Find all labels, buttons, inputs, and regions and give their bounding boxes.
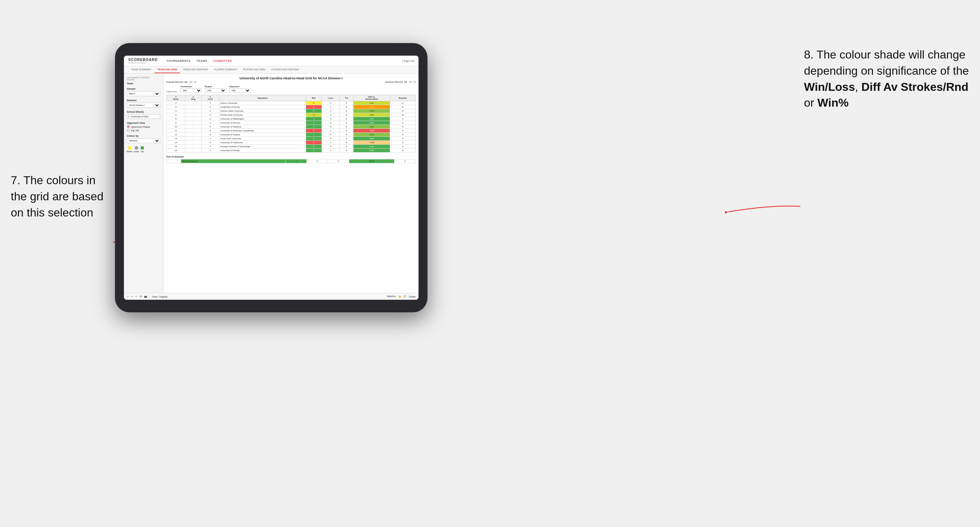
od-diff: 26.00	[349, 159, 395, 163]
legend-label-down: Down	[127, 151, 132, 152]
table-row: 6 - 2 Florida State University 4 2 0 1.8…	[167, 113, 416, 117]
legend-up: Up	[140, 146, 144, 152]
cell-rounds: 9	[390, 144, 416, 149]
school-input[interactable]	[127, 114, 160, 119]
cell-conf: 1	[201, 109, 219, 113]
cell-opponent: University of Arkansas, Fayetteville	[219, 129, 306, 133]
cell-opponent: Florida State University	[219, 113, 306, 117]
cell-opponent: University of Virginia	[219, 133, 306, 137]
cell-diff: 2.28	[353, 109, 390, 113]
cell-loss: 1	[321, 101, 340, 105]
cell-conf: 2	[201, 113, 219, 117]
cell-reg: -	[185, 125, 201, 129]
opponent-filter-label: Opponent	[229, 86, 251, 87]
region-filter-select[interactable]: (All)	[205, 88, 226, 93]
sub-nav-team-h2h-heatmap[interactable]: TEAM H2H HEATMAP	[180, 67, 211, 73]
cell-diff: 2.61	[353, 125, 390, 129]
cell-diff: 1.67	[353, 101, 390, 105]
cell-win: 3	[306, 137, 321, 141]
table-row: 12 - 3 University of Virginia 1 0 0 2.33…	[167, 133, 416, 137]
nav-committee[interactable]: COMMITTEE	[213, 59, 232, 62]
division-label: Division	[127, 99, 160, 102]
legend-label-up: Up	[141, 151, 144, 152]
cell-loss: 1	[321, 129, 340, 133]
od-tie: 0	[328, 159, 349, 163]
cell-rank: 6	[167, 113, 185, 117]
grid-area: University of North Carolina Head-to-Hea…	[164, 74, 418, 293]
logo-area: SCOREBOARD Powered by clippd	[128, 58, 158, 64]
toolbar-copy[interactable]: ⊞	[140, 295, 142, 298]
sign-out[interactable]: | Sign out	[402, 59, 414, 62]
cell-loss: 0	[321, 144, 340, 149]
logo-text: SCOREBOARD	[128, 58, 158, 62]
cell-loss: 1	[321, 141, 340, 144]
toolbar-undo[interactable]: ↩	[127, 295, 129, 298]
cell-opponent: Georgia Institute of Technology	[219, 144, 306, 149]
out-of-division-table: NCAA Division II 1 0 0 26.00 3	[166, 159, 416, 163]
col-win: Win	[306, 95, 321, 101]
sub-nav-player-h2h-grid[interactable]: PLAYER H2H GRID	[240, 67, 269, 73]
legend-circle-level	[135, 146, 138, 150]
cell-tie: 0	[340, 133, 353, 137]
col-diff: Diff AvStrokes/Rnd	[353, 95, 390, 101]
radio-group: Opponents Played Top 100	[127, 125, 160, 132]
nav-teams[interactable]: TEAMS	[197, 59, 208, 62]
cell-loss: 0	[321, 125, 340, 129]
conf-filter-select[interactable]: (All)	[180, 88, 202, 93]
cell-opponent: Auburn University	[219, 101, 306, 105]
cell-conf: 0	[201, 141, 219, 144]
cell-conf: 1	[201, 101, 219, 105]
filter-conference: Conference (All)	[180, 86, 202, 93]
nav-tournaments[interactable]: TOURNAMENTS	[166, 59, 191, 62]
toolbar-comment[interactable]: 💬	[403, 295, 407, 298]
cell-loss: 4	[321, 105, 340, 109]
legend-level: Level	[134, 146, 138, 152]
toolbar-view[interactable]: View: Original	[152, 295, 167, 298]
radio-opponents-played[interactable]: Opponents Played	[127, 125, 160, 128]
cell-win: 1	[306, 133, 321, 137]
toolbar-back[interactable]: ↩	[135, 295, 138, 298]
cell-tie: 0	[340, 149, 353, 152]
last-updated: Last Updated: 27/03/2024 16:55:38	[127, 76, 160, 81]
cell-loss: 1	[321, 149, 340, 152]
cell-tie: 0	[340, 113, 353, 117]
sub-nav-team-h2h-grid[interactable]: TEAM H2H GRID	[154, 67, 180, 73]
school-label: School (Rank)	[127, 111, 160, 113]
cell-rank: 16	[167, 149, 185, 152]
sub-nav-player-h2h-heatmap[interactable]: PLAYER H2H HEATMAP	[268, 67, 302, 73]
division-select[interactable]: NCAA Division I	[127, 103, 160, 108]
radio-top100[interactable]: Top 100	[127, 129, 160, 132]
cell-win: 0	[306, 105, 321, 109]
cell-tie: 0	[340, 129, 353, 133]
table-row: 8 - 2 University of Washington 1 0 0 3.6…	[167, 117, 416, 121]
sub-nav-team-summary[interactable]: TEAM SUMMARY	[128, 67, 154, 73]
toolbar-share[interactable]: Share	[409, 295, 416, 298]
sub-nav-player-summary[interactable]: PLAYER SUMMARY	[211, 67, 240, 73]
cell-win: 5	[306, 109, 321, 113]
col-opponent: Opponent	[219, 95, 306, 101]
cell-rank: 2	[167, 101, 185, 105]
colour-by-select[interactable]: Win/loss Diff Av Strokes/Rnd Win%	[127, 138, 160, 143]
gender-select[interactable]: Men's	[127, 91, 160, 96]
cell-reg: -	[185, 149, 201, 152]
cell-conf: 3	[201, 133, 219, 137]
bottom-toolbar: ↩ ↪ ↩ ⊞ 📷 View: Original Watch ▾ 👍 💬 Sha…	[124, 293, 418, 300]
cell-win: 1	[306, 121, 321, 125]
od-win: 1	[286, 159, 307, 163]
toolbar-redo[interactable]: ↪	[131, 295, 133, 298]
cell-conf: 1	[201, 121, 219, 125]
col-loss: Loss	[321, 95, 340, 101]
col-tie: Tie	[340, 95, 353, 101]
opponent-filter-select[interactable]: (All)	[229, 88, 251, 93]
cell-opponent: University of Arizona	[219, 121, 306, 125]
cell-opponent: University of Oklahoma	[219, 141, 306, 144]
cell-diff: -1.00	[353, 141, 390, 144]
annotation-number-right: 8.	[804, 48, 814, 61]
annotation-number-left: 7.	[11, 174, 21, 187]
toolbar-camera[interactable]: 📷	[144, 295, 147, 298]
toolbar-watch[interactable]: Watch ▾	[387, 295, 396, 298]
cell-rank: 13	[167, 137, 185, 141]
toolbar-thumbsup[interactable]: 👍	[398, 295, 401, 298]
col-rank: #Rank	[167, 95, 185, 101]
tablet-screen: SCOREBOARD Powered by clippd TOURNAMENTS…	[124, 56, 418, 300]
